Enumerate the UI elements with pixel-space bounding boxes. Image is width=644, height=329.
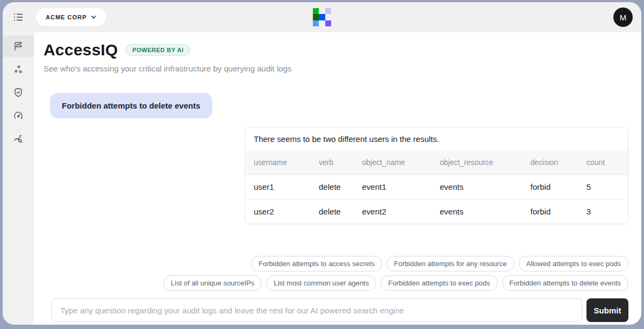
body-row: AccessIQ POWERED BY AI See who's accessi… [3, 32, 641, 325]
topbar: ACME CORP M [3, 2, 641, 32]
sidebar-item-analytics[interactable] [3, 128, 34, 149]
app-window: ACME CORP M [3, 2, 641, 325]
org-switcher[interactable]: ACME CORP [36, 8, 106, 26]
cell-object-resource: events [431, 175, 522, 199]
table-header-row: username verb object_name object_resourc… [245, 151, 628, 175]
suggestion-chip[interactable]: Allowed attempts to exec pods [519, 256, 628, 271]
cell-verb: delete [310, 175, 353, 199]
submit-button[interactable]: Submit [586, 298, 628, 322]
suggestion-chip[interactable]: List of all unique sourceIPs [163, 275, 262, 291]
sidebar [3, 32, 34, 325]
suggestion-chip[interactable]: List most common user agents [266, 275, 376, 291]
shield-check-icon [13, 87, 24, 98]
title-row: AccessIQ POWERED BY AI [44, 41, 628, 59]
logo-cell-light-blue [313, 20, 319, 26]
report-flag-icon [13, 41, 24, 52]
cell-verb: delete [310, 199, 353, 224]
org-name: ACME CORP [46, 14, 87, 20]
suggestion-chip[interactable]: Forbidden attempts to exec pods [381, 275, 497, 291]
logo-cell-blue [319, 14, 325, 20]
page-subtitle: See who's accessing your critical infras… [44, 64, 628, 73]
col-header-object-resource: object_resource [431, 151, 522, 175]
result-card: There seems to be two different users in… [245, 127, 628, 224]
main-content: AccessIQ POWERED BY AI See who's accessi… [34, 32, 641, 325]
col-header-count: count [578, 151, 628, 175]
gauge-icon [13, 110, 24, 121]
logo-cell-lavender [325, 8, 331, 14]
cell-object-resource: events [431, 199, 522, 224]
logo-cell-dark-green [313, 14, 319, 20]
user-avatar[interactable]: M [613, 8, 633, 27]
cell-object-name: event1 [353, 175, 431, 199]
suggestion-chips-row-2: List of all unique sourceIPs List most c… [44, 275, 628, 291]
avatar-initial: M [620, 13, 627, 22]
col-header-decision: decision [522, 151, 578, 175]
table-row: user1 delete event1 events forbid 5 [245, 175, 628, 199]
brand-logo [313, 8, 331, 26]
composer: Submit [51, 298, 628, 322]
cell-count: 3 [578, 199, 628, 224]
suggestion-chip[interactable]: Forbidden attempts to delete events [502, 275, 628, 291]
list-menu-icon[interactable] [12, 11, 24, 23]
col-header-object-name: object_name [353, 151, 431, 175]
ai-response-text: There seems to be two different users in… [245, 127, 628, 151]
cell-username: user1 [245, 175, 310, 199]
sidebar-item-clusters[interactable] [3, 59, 34, 80]
question-input[interactable] [51, 298, 582, 322]
logo-cell-green [313, 8, 319, 14]
col-header-verb: verb [310, 151, 353, 175]
cell-decision: forbid [522, 199, 578, 224]
cluster-dots-icon [13, 64, 24, 75]
chevron-down-icon [91, 15, 96, 20]
cell-count: 5 [578, 175, 628, 199]
sidebar-item-security[interactable] [3, 82, 34, 103]
col-header-username: username [245, 151, 310, 175]
results-table: username verb object_name object_resourc… [245, 151, 628, 224]
trend-search-icon [13, 133, 24, 144]
suggestion-chip[interactable]: Forbidden attempts to access secrets [251, 256, 382, 271]
page-title: AccessIQ [44, 41, 118, 59]
user-query-bubble[interactable]: Forbidden attempts to delete events [50, 93, 212, 118]
sidebar-item-monitor[interactable] [3, 105, 34, 126]
cell-username: user2 [245, 199, 310, 224]
powered-by-ai-badge: POWERED BY AI [125, 44, 190, 56]
sidebar-item-reports[interactable] [3, 35, 34, 57]
logo-cell-purple [325, 20, 331, 26]
cell-decision: forbid [522, 175, 578, 199]
suggestion-chip[interactable]: Forbidden attempts for any resource [387, 256, 514, 271]
cell-object-name: event2 [353, 199, 431, 224]
suggestion-chips-row-1: Forbidden attempts to access secrets For… [44, 256, 628, 271]
table-row: user2 delete event2 events forbid 3 [245, 199, 628, 224]
